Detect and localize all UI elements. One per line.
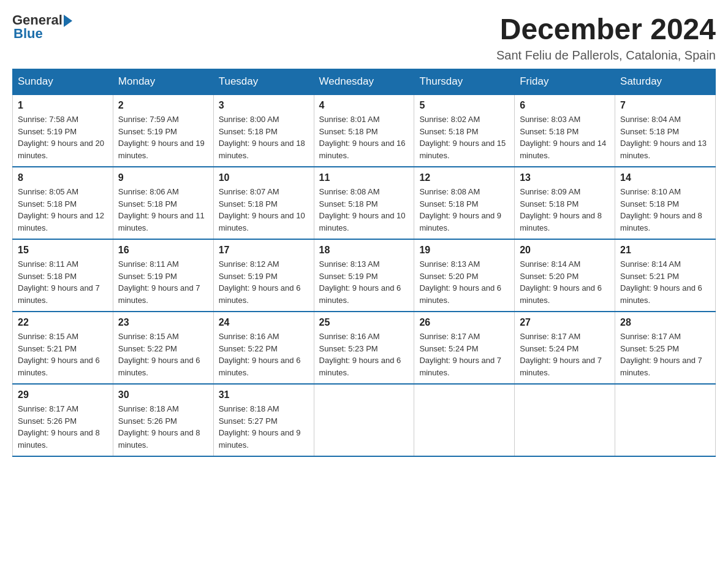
- calendar-cell: 4 Sunrise: 8:01 AM Sunset: 5:18 PM Dayli…: [314, 94, 414, 167]
- calendar-cell: 28 Sunrise: 8:17 AM Sunset: 5:25 PM Dayl…: [615, 312, 716, 384]
- calendar-table: SundayMondayTuesdayWednesdayThursdayFrid…: [12, 69, 716, 457]
- day-number: 25: [319, 317, 409, 328]
- day-number: 14: [620, 172, 710, 183]
- day-info: Sunrise: 8:14 AM Sunset: 5:20 PM Dayligh…: [520, 258, 610, 306]
- day-info: Sunrise: 8:17 AM Sunset: 5:24 PM Dayligh…: [520, 331, 610, 378]
- day-info: Sunrise: 8:17 AM Sunset: 5:26 PM Dayligh…: [18, 403, 108, 451]
- weekday-header-sunday: Sunday: [13, 69, 113, 95]
- calendar-week-row: 8 Sunrise: 8:05 AM Sunset: 5:18 PM Dayli…: [13, 167, 716, 239]
- calendar-cell: 18 Sunrise: 8:13 AM Sunset: 5:19 PM Dayl…: [314, 239, 414, 312]
- day-info: Sunrise: 8:11 AM Sunset: 5:18 PM Dayligh…: [18, 258, 108, 306]
- logo-arrow-icon: [64, 15, 72, 27]
- day-info: Sunrise: 8:08 AM Sunset: 5:18 PM Dayligh…: [319, 186, 409, 234]
- calendar-cell: 8 Sunrise: 8:05 AM Sunset: 5:18 PM Dayli…: [13, 167, 113, 239]
- day-info: Sunrise: 8:17 AM Sunset: 5:24 PM Dayligh…: [419, 331, 509, 378]
- calendar-cell: [314, 384, 414, 456]
- calendar-cell: 2 Sunrise: 7:59 AM Sunset: 5:19 PM Dayli…: [113, 94, 213, 167]
- calendar-cell: 10 Sunrise: 8:07 AM Sunset: 5:18 PM Dayl…: [213, 167, 314, 239]
- day-number: 22: [18, 317, 108, 328]
- calendar-cell: 7 Sunrise: 8:04 AM Sunset: 5:18 PM Dayli…: [615, 94, 716, 167]
- day-info: Sunrise: 7:59 AM Sunset: 5:19 PM Dayligh…: [118, 113, 208, 161]
- day-number: 15: [18, 245, 108, 256]
- calendar-week-row: 29 Sunrise: 8:17 AM Sunset: 5:26 PM Dayl…: [13, 384, 716, 456]
- day-number: 13: [520, 172, 610, 183]
- day-info: Sunrise: 8:17 AM Sunset: 5:25 PM Dayligh…: [620, 331, 710, 378]
- day-number: 6: [520, 100, 610, 111]
- day-number: 20: [520, 245, 610, 256]
- calendar-week-row: 22 Sunrise: 8:15 AM Sunset: 5:21 PM Dayl…: [13, 312, 716, 384]
- calendar-cell: 26 Sunrise: 8:17 AM Sunset: 5:24 PM Dayl…: [414, 312, 515, 384]
- calendar-cell: 30 Sunrise: 8:18 AM Sunset: 5:26 PM Dayl…: [113, 384, 213, 456]
- calendar-cell: [414, 384, 515, 456]
- calendar-cell: [515, 384, 615, 456]
- day-number: 5: [419, 100, 509, 111]
- logo: General Blue: [12, 12, 72, 42]
- day-number: 30: [118, 389, 208, 400]
- day-info: Sunrise: 8:15 AM Sunset: 5:22 PM Dayligh…: [118, 331, 208, 378]
- calendar-cell: 6 Sunrise: 8:03 AM Sunset: 5:18 PM Dayli…: [515, 94, 615, 167]
- calendar-cell: 21 Sunrise: 8:14 AM Sunset: 5:21 PM Dayl…: [615, 239, 716, 312]
- day-info: Sunrise: 8:13 AM Sunset: 5:19 PM Dayligh…: [319, 258, 409, 306]
- weekday-header-saturday: Saturday: [615, 69, 716, 95]
- day-info: Sunrise: 8:15 AM Sunset: 5:21 PM Dayligh…: [18, 331, 108, 378]
- calendar-cell: 1 Sunrise: 7:58 AM Sunset: 5:19 PM Dayli…: [13, 94, 113, 167]
- calendar-cell: 17 Sunrise: 8:12 AM Sunset: 5:19 PM Dayl…: [213, 239, 314, 312]
- day-number: 4: [319, 100, 409, 111]
- calendar-cell: 20 Sunrise: 8:14 AM Sunset: 5:20 PM Dayl…: [515, 239, 615, 312]
- day-number: 11: [319, 172, 409, 183]
- calendar-cell: 12 Sunrise: 8:08 AM Sunset: 5:18 PM Dayl…: [414, 167, 515, 239]
- day-number: 28: [620, 317, 710, 328]
- day-info: Sunrise: 8:03 AM Sunset: 5:18 PM Dayligh…: [520, 113, 610, 161]
- day-info: Sunrise: 8:16 AM Sunset: 5:23 PM Dayligh…: [319, 331, 409, 378]
- day-info: Sunrise: 8:02 AM Sunset: 5:18 PM Dayligh…: [419, 113, 509, 161]
- day-info: Sunrise: 8:06 AM Sunset: 5:18 PM Dayligh…: [118, 186, 208, 234]
- day-number: 17: [219, 245, 309, 256]
- calendar-cell: 13 Sunrise: 8:09 AM Sunset: 5:18 PM Dayl…: [515, 167, 615, 239]
- calendar-cell: [615, 384, 716, 456]
- weekday-header-tuesday: Tuesday: [213, 69, 314, 95]
- day-info: Sunrise: 8:10 AM Sunset: 5:18 PM Dayligh…: [620, 186, 710, 234]
- weekday-header-thursday: Thursday: [414, 69, 515, 95]
- calendar-week-row: 15 Sunrise: 8:11 AM Sunset: 5:18 PM Dayl…: [13, 239, 716, 312]
- weekday-header-wednesday: Wednesday: [314, 69, 414, 95]
- calendar-cell: 16 Sunrise: 8:11 AM Sunset: 5:19 PM Dayl…: [113, 239, 213, 312]
- day-info: Sunrise: 7:58 AM Sunset: 5:19 PM Dayligh…: [18, 113, 108, 161]
- day-number: 3: [219, 100, 309, 111]
- calendar-cell: 27 Sunrise: 8:17 AM Sunset: 5:24 PM Dayl…: [515, 312, 615, 384]
- day-info: Sunrise: 8:16 AM Sunset: 5:22 PM Dayligh…: [219, 331, 309, 378]
- day-number: 19: [419, 245, 509, 256]
- day-number: 26: [419, 317, 509, 328]
- day-number: 27: [520, 317, 610, 328]
- day-info: Sunrise: 8:14 AM Sunset: 5:21 PM Dayligh…: [620, 258, 710, 306]
- calendar-cell: 24 Sunrise: 8:16 AM Sunset: 5:22 PM Dayl…: [213, 312, 314, 384]
- day-info: Sunrise: 8:04 AM Sunset: 5:18 PM Dayligh…: [620, 113, 710, 161]
- day-info: Sunrise: 8:13 AM Sunset: 5:20 PM Dayligh…: [419, 258, 509, 306]
- weekday-header-monday: Monday: [113, 69, 213, 95]
- day-info: Sunrise: 8:00 AM Sunset: 5:18 PM Dayligh…: [219, 113, 309, 161]
- calendar-cell: 11 Sunrise: 8:08 AM Sunset: 5:18 PM Dayl…: [314, 167, 414, 239]
- calendar-cell: 15 Sunrise: 8:11 AM Sunset: 5:18 PM Dayl…: [13, 239, 113, 312]
- day-info: Sunrise: 8:09 AM Sunset: 5:18 PM Dayligh…: [520, 186, 610, 234]
- calendar-cell: 25 Sunrise: 8:16 AM Sunset: 5:23 PM Dayl…: [314, 312, 414, 384]
- location-subtitle: Sant Feliu de Pallerols, Catalonia, Spai…: [496, 48, 716, 63]
- day-info: Sunrise: 8:12 AM Sunset: 5:19 PM Dayligh…: [219, 258, 309, 306]
- page-header: General Blue December 2024 Sant Feliu de…: [12, 12, 716, 63]
- day-number: 8: [18, 172, 108, 183]
- calendar-week-row: 1 Sunrise: 7:58 AM Sunset: 5:19 PM Dayli…: [13, 94, 716, 167]
- calendar-cell: 9 Sunrise: 8:06 AM Sunset: 5:18 PM Dayli…: [113, 167, 213, 239]
- day-number: 29: [18, 389, 108, 400]
- calendar-cell: 22 Sunrise: 8:15 AM Sunset: 5:21 PM Dayl…: [13, 312, 113, 384]
- day-number: 24: [219, 317, 309, 328]
- day-info: Sunrise: 8:11 AM Sunset: 5:19 PM Dayligh…: [118, 258, 208, 306]
- day-info: Sunrise: 8:08 AM Sunset: 5:18 PM Dayligh…: [419, 186, 509, 234]
- month-title: December 2024: [496, 12, 716, 46]
- title-section: December 2024 Sant Feliu de Pallerols, C…: [496, 12, 716, 63]
- logo-blue-text: Blue: [13, 26, 43, 42]
- day-info: Sunrise: 8:07 AM Sunset: 5:18 PM Dayligh…: [219, 186, 309, 234]
- weekday-header-friday: Friday: [515, 69, 615, 95]
- day-number: 31: [219, 389, 309, 400]
- day-number: 9: [118, 172, 208, 183]
- calendar-cell: 19 Sunrise: 8:13 AM Sunset: 5:20 PM Dayl…: [414, 239, 515, 312]
- calendar-cell: 5 Sunrise: 8:02 AM Sunset: 5:18 PM Dayli…: [414, 94, 515, 167]
- day-number: 10: [219, 172, 309, 183]
